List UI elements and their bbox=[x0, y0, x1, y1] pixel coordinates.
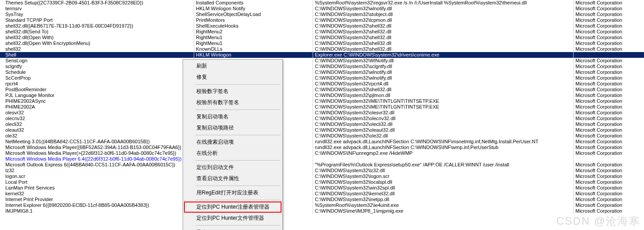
startup-table[interactable]: Themes Setup({2C7339CF-2B09-4501-B3F3-F3… bbox=[0, 0, 644, 214]
menu-item[interactable]: 校验所有数字签名 bbox=[184, 97, 281, 108]
cell-name: shell32.dll({AEB6717E-7E19-11d0-97EE-00C… bbox=[0, 23, 194, 29]
menu-item[interactable]: 刷新 bbox=[184, 61, 281, 72]
menu-item[interactable]: 定位到PC Hunter注册表管理器 bbox=[184, 202, 281, 213]
table-row[interactable]: Themes Setup({2C7339CF-2B09-4501-B3F3-F3… bbox=[0, 0, 644, 6]
cell-name: shell32 bbox=[0, 46, 194, 52]
cell-path: C:\WINDOWS\system32\IME\TINTLGNT\TINTSET… bbox=[313, 98, 574, 104]
cell-company: Microsoft Corporation bbox=[574, 29, 644, 35]
menu-item[interactable]: 复制启动项路径 bbox=[184, 122, 281, 133]
cell-path: C:\WINDOWS\system32\kernel32.dll bbox=[313, 191, 574, 197]
cell-name: shell32.dll(Open With EncryptionMenu) bbox=[0, 40, 194, 46]
cell-path: C:\WINDOWS\ime\IMJP8_1\imjpmig.exe bbox=[313, 208, 574, 214]
cell-name: Themes Setup({2C7339CF-2B09-4501-B3F3-F3… bbox=[0, 0, 194, 6]
table-row[interactable]: IMJPMIG8.1HKLM RunC:\WINDOWS\ime\IMJP8_1… bbox=[0, 208, 644, 214]
table-row[interactable]: ShellHKLM WinlogonExplorer.exe C:\WINDOW… bbox=[0, 52, 644, 58]
cell-path: C:\WINDOWS\system32\IME\TINTLGNT\TINTSET… bbox=[313, 104, 574, 110]
table-row[interactable]: PHIME2002ASyncC:\WINDOWS\system32\IME\TI… bbox=[0, 98, 644, 104]
menu-item[interactable]: 定位到启动文件 bbox=[184, 162, 281, 173]
cell-company: Microsoft Corporation bbox=[574, 104, 644, 110]
cell-name: ole32 bbox=[0, 133, 194, 139]
menu-item[interactable]: 在线搜索启动项 bbox=[184, 137, 281, 148]
cell-path: %SystemRoot%\system32\ie4uinit.exe bbox=[313, 202, 574, 208]
table-row[interactable]: termsrvHKLM Winlogon NotifyC:\WINDOWS\sy… bbox=[0, 6, 644, 12]
table-row[interactable]: SensLognC:\WINDOWS\system32\WlNotify.dll… bbox=[0, 58, 644, 64]
cell-company: Microsoft Corporation bbox=[574, 121, 644, 127]
table-row[interactable]: shell32KnownDLLsC:\WINDOWS\system32\shel… bbox=[0, 46, 644, 52]
cell-path: "%ProgramFiles%\Outlook Express\setup50.… bbox=[313, 162, 574, 168]
cell-company: Microsoft Corporation bbox=[574, 58, 644, 64]
table-row[interactable]: shell32.dll(Open With)RightMenu1C:\WINDO… bbox=[0, 35, 644, 40]
cell-path: C:\WINDOWS\system32\shell32.dll bbox=[313, 29, 574, 35]
cell-company: Microsoft Corporation bbox=[574, 197, 644, 202]
table-row[interactable]: rpcrt4C:\WINDOWS\system32\rpcrt4.dllMicr… bbox=[0, 81, 644, 87]
cell-company: Microsoft Corporation bbox=[574, 191, 644, 197]
table-row[interactable]: lz32C:\WINDOWS\system32\lz32.dllMicrosof… bbox=[0, 168, 644, 174]
table-row[interactable]: Internet Explorer 6({89820200-ECBD-11cf-… bbox=[0, 202, 644, 208]
menu-item[interactable]: 查看启动文件属性 bbox=[184, 173, 281, 184]
menu-separator bbox=[196, 84, 281, 85]
table-row[interactable]: ScCertPropC:\WINDOWS\system32\wlnotify.d… bbox=[0, 75, 644, 81]
table-row[interactable]: sclgntfyC:\WINDOWS\system32\sclgntfy.dll… bbox=[0, 64, 644, 69]
table-row[interactable]: PHIME2002AC:\WINDOWS\system32\IME\TINTLG… bbox=[0, 104, 644, 110]
cell-name: kernel32 bbox=[0, 191, 194, 197]
cell-type: ShellExecuteHooks bbox=[194, 23, 313, 29]
cell-path: Explorer.exe C:\WINDOWS\system32\drivers… bbox=[313, 52, 574, 58]
menu-item[interactable]: 校验数字签名 bbox=[184, 86, 281, 97]
cell-name: PJL Language Monitor bbox=[0, 93, 194, 98]
table-row[interactable]: Internet Print ProviderPrintProvidersC:\… bbox=[0, 197, 644, 202]
cell-path: rundll32.exe advpack.dll,LaunchINFSectio… bbox=[313, 145, 574, 150]
menu-item[interactable]: 在线分析 bbox=[184, 148, 281, 159]
menu-separator bbox=[196, 186, 281, 186]
table-row[interactable]: Microsoft Windows Media Player(>{22d6f31… bbox=[0, 150, 644, 156]
menu-item[interactable]: 用RegEdit打开对应注册表 bbox=[184, 187, 281, 198]
cell-name: shell32.dll(Send To) bbox=[0, 29, 194, 35]
table-row[interactable]: PostBootReminderC:\WINDOWS\system32\shel… bbox=[0, 87, 644, 93]
table-row[interactable]: Standard TCP/IP PortPrintMonitorsC:\WIND… bbox=[0, 17, 644, 23]
table-row[interactable]: Microsoft Windows Media Player 6.4({22d6… bbox=[0, 156, 644, 162]
cell-company: Microsoft Corporation bbox=[574, 127, 644, 133]
cell-name: Standard TCP/IP Port bbox=[0, 17, 194, 23]
cell-name: Microsoft Windows Media Player({6BF52A52… bbox=[0, 145, 194, 150]
table-row[interactable]: PJL Language MonitorC:\WINDOWS\system32\… bbox=[0, 93, 644, 98]
table-row[interactable]: Microsoft Outlook Express 6({44BBA840-CC… bbox=[0, 162, 644, 168]
table-row[interactable]: Microsoft Windows Media Player({6BF52A52… bbox=[0, 145, 644, 150]
menu-item[interactable]: 复制启动项名 bbox=[184, 111, 281, 122]
cell-name: logon.scr bbox=[0, 174, 194, 179]
table-row[interactable]: ScheduleC:\WINDOWS\system32\wlnotify.dll… bbox=[0, 69, 644, 75]
cell-company: Microsoft Corporation bbox=[574, 98, 644, 104]
cell-path: C:\WINDOWS\system32\shell32.dll bbox=[313, 35, 574, 40]
menu-item[interactable]: 导出 bbox=[184, 227, 281, 230]
cell-name: olesvr32 bbox=[0, 110, 194, 116]
menu-item[interactable]: 修复 bbox=[184, 72, 281, 83]
table-row[interactable]: shell32.dll(Open With EncryptionMenu)Rig… bbox=[0, 40, 644, 46]
cell-path: C:\WINDOWS\system32\shell32.dll bbox=[313, 40, 574, 46]
cell-company: Microsoft Corporation bbox=[574, 17, 644, 23]
table-row[interactable]: olecnv32C:\WINDOWS\system32\olecnv32.dll… bbox=[0, 116, 644, 121]
table-row[interactable]: shell32.dll({AEB6717E-7E19-11d0-97EE-00C… bbox=[0, 23, 644, 29]
table-row[interactable]: olecli32C:\WINDOWS\system32\olecli32.dll… bbox=[0, 121, 644, 127]
table-row[interactable]: oleaut32C:\WINDOWS\system32\oleaut32.dll… bbox=[0, 127, 644, 133]
cell-path: %SystemRoot%\system32\regsvr32.exe /s /n… bbox=[313, 0, 574, 6]
cell-company: Microsoft Corporation bbox=[574, 87, 644, 93]
cell-company: Microsoft Corporation bbox=[574, 202, 644, 208]
cell-company: Microsoft Corporation bbox=[574, 168, 644, 174]
table-row[interactable]: olesvr32C:\WINDOWS\system32\olesvr32.dll… bbox=[0, 110, 644, 116]
table-row[interactable]: ole32C:\WINDOWS\system32\ole32.dllMicros… bbox=[0, 133, 644, 139]
cell-type: KnownDLLs bbox=[194, 46, 313, 52]
table-row[interactable]: NetMeeting 3.01({44BBA842-CC51-11CF-AAFA… bbox=[0, 139, 644, 145]
cell-company: Microsoft Corporation bbox=[574, 133, 644, 139]
table-row[interactable]: LanMan Print ServicesC:\WINDOWS\system32… bbox=[0, 185, 644, 191]
cell-path: C:\WINDOWS\system32\lz32.dll bbox=[313, 168, 574, 174]
menu-separator bbox=[196, 225, 281, 226]
cell-path: C:\WINDOWS\system32\rpcrt4.dll bbox=[313, 81, 574, 87]
table-row[interactable]: SysTrayShellServiceObjectDelayLoadC:\WIN… bbox=[0, 12, 644, 17]
cell-name: Internet Print Provider bbox=[0, 197, 194, 202]
cell-name: Schedule bbox=[0, 69, 194, 75]
table-row[interactable]: kernel32KnownDLLsC:\WINDOWS\system32\ker… bbox=[0, 191, 644, 197]
menu-item[interactable]: 定位到PC Hunter文件管理器 bbox=[184, 213, 281, 224]
table-row[interactable]: shell32.dll(Send To)RightMenu2C:\WINDOWS… bbox=[0, 29, 644, 35]
cell-path: C:\WINDOWS\INF\unregmp2.exe /HideWMP bbox=[313, 150, 574, 156]
context-menu: 刷新修复校验数字签名校验所有数字签名复制启动项名复制启动项路径在线搜索启动项在线… bbox=[183, 59, 283, 230]
table-row[interactable]: Local PortC:\WINDOWS\system32\localspl.d… bbox=[0, 179, 644, 185]
table-row[interactable]: logon.scrC:\WINDOWS\system32\logon.scrMi… bbox=[0, 174, 644, 179]
